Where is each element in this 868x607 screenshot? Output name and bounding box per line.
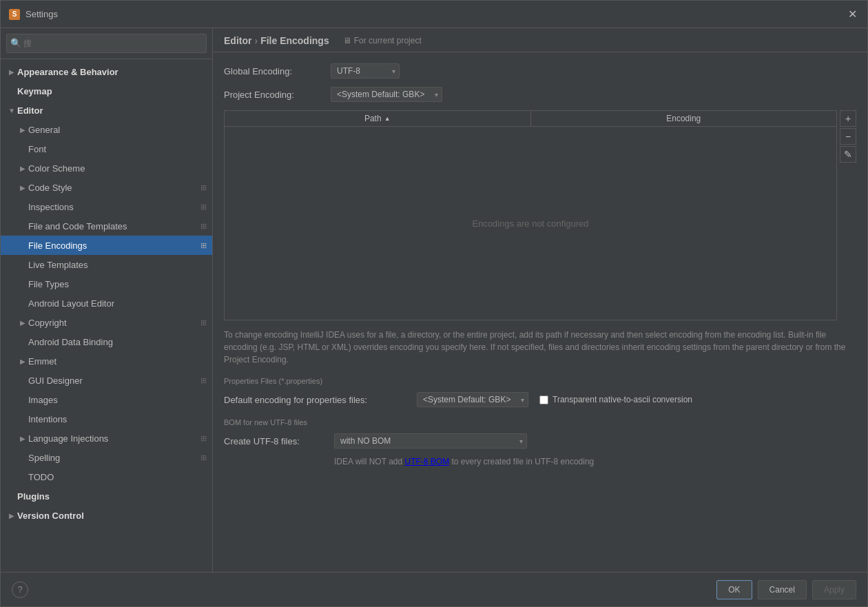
copy-icon: ⊞ [200, 203, 207, 212]
sidebar-item-label: Version Control [17, 511, 207, 521]
sidebar-item-editor[interactable]: Editor [1, 101, 212, 120]
close-button[interactable]: ✕ [845, 8, 859, 21]
leaf-spacer [17, 201, 28, 212]
leaf-spacer [17, 471, 28, 482]
table-action-buttons: + − ✎ [840, 110, 856, 164]
properties-section: Properties Files (*.properties) Default … [224, 377, 856, 407]
sidebar-item-android-data-binding[interactable]: Android Data Binding [1, 332, 212, 351]
desc-content: To change encoding IntelliJ IDEA uses fo… [224, 330, 845, 364]
copy-icon: ⊞ [200, 222, 207, 231]
global-encoding-dropdown[interactable]: UTF-8 UTF-16 ISO-8859-1 GBK [331, 63, 400, 79]
encoding-table-outer: Path ▲ Encoding Encodings are not config… [224, 110, 856, 320]
leaf-spacer [17, 220, 28, 232]
bottom-actions: OK Cancel Apply [716, 580, 856, 599]
leaf-spacer [17, 336, 28, 347]
sidebar-item-android-layout-editor[interactable]: Android Layout Editor [1, 294, 212, 313]
cancel-button[interactable]: Cancel [758, 580, 807, 599]
search-box: 🔍 [1, 28, 212, 59]
main-panel: Editor › File Encodings 🖥 For current pr… [213, 28, 867, 572]
sidebar-item-label: GUI Designer [28, 375, 198, 386]
transparent-label: Transparent native-to-ascii conversion [552, 395, 692, 404]
sidebar-item-label: Inspections [28, 202, 198, 212]
leaf-spacer [6, 85, 17, 96]
sidebar-item-spelling[interactable]: Spelling ⊞ [1, 448, 212, 467]
sidebar-item-label: Language Injections [28, 433, 198, 444]
sidebar-item-todo[interactable]: TODO [1, 467, 212, 486]
sidebar-item-file-encodings[interactable]: File Encodings ⊞ [1, 236, 212, 255]
create-utf8-dropdown[interactable]: with NO BOM with BOM with BOM (always) [334, 433, 527, 449]
add-encoding-button[interactable]: + [840, 110, 856, 127]
global-encoding-dropdown-wrapper: UTF-8 UTF-16 ISO-8859-1 GBK ▾ [331, 63, 400, 79]
project-encoding-dropdown[interactable]: <System Default: GBK> UTF-8 GBK [331, 87, 442, 102]
default-encoding-dropdown[interactable]: <System Default: GBK> UTF-8 ISO-8859-1 [417, 392, 528, 407]
sidebar-item-font[interactable]: Font [1, 139, 212, 158]
project-encoding-row: Project Encoding: <System Default: GBK> … [224, 87, 856, 102]
sidebar-item-label: Spelling [28, 453, 198, 463]
breadcrumb-parent: Editor [224, 35, 251, 46]
copy-icon: ⊞ [200, 183, 207, 192]
bom-note: IDEA will NOT add UTF-8 BOM to every cre… [224, 457, 856, 466]
sidebar-item-color-scheme[interactable]: Color Scheme [1, 158, 212, 178]
sidebar-item-label: Android Layout Editor [28, 298, 207, 309]
sidebar-item-label: File Types [28, 279, 207, 289]
sidebar-item-label: File and Code Templates [28, 221, 198, 232]
tree: Appearance & Behavior Keymap Editor Gene… [1, 59, 212, 572]
sidebar-item-appearance[interactable]: Appearance & Behavior [1, 62, 212, 81]
encoding-label: Encoding [666, 114, 701, 123]
edit-encoding-button[interactable]: ✎ [840, 146, 856, 163]
sidebar-item-file-code-templates[interactable]: File and Code Templates ⊞ [1, 216, 212, 236]
sidebar-item-gui-designer[interactable]: GUI Designer ⊞ [1, 371, 212, 390]
sidebar-item-label: Intentions [28, 414, 207, 424]
sidebar-item-file-types[interactable]: File Types [1, 274, 212, 294]
search-icon: 🔍 [10, 38, 21, 48]
sidebar-item-label: Plugins [17, 491, 207, 502]
sidebar-item-copyright[interactable]: Copyright ⊞ [1, 313, 212, 332]
leaf-spacer [17, 259, 28, 270]
sidebar-item-images[interactable]: Images [1, 390, 212, 409]
sidebar-item-intentions[interactable]: Intentions [1, 409, 212, 429]
copy-icon: ⊞ [200, 241, 207, 250]
expand-icon [17, 163, 28, 174]
sidebar-item-inspections[interactable]: Inspections ⊞ [1, 197, 212, 216]
title-bar: S Settings ✕ [1, 1, 867, 28]
sidebar-item-version-control[interactable]: Version Control [1, 506, 212, 525]
sidebar-item-plugins[interactable]: Plugins [1, 486, 212, 506]
leaf-spacer [17, 278, 28, 289]
sidebar-item-label: Editor [17, 105, 207, 116]
sidebar-item-label: Font [28, 144, 207, 154]
default-encoding-label: Default encoding for properties files: [224, 395, 417, 405]
sidebar-item-keymap[interactable]: Keymap [1, 81, 212, 101]
sidebar-item-language-injections[interactable]: Language Injections ⊞ [1, 429, 212, 448]
table-header-encoding: Encoding [531, 111, 837, 126]
help-button[interactable]: ? [12, 582, 28, 598]
bom-section-title: BOM for new UTF-8 files [224, 418, 856, 426]
sort-icon: ▲ [384, 115, 391, 122]
sidebar-item-label: Code Style [28, 183, 198, 193]
bom-note-part2: to every created file in UTF-8 encoding [449, 457, 594, 466]
app-icon: S [9, 9, 20, 20]
search-input[interactable] [6, 34, 207, 53]
leaf-spacer [17, 394, 28, 405]
sidebar-item-label: Color Scheme [28, 163, 207, 174]
for-current-project: 🖥 For current project [343, 36, 422, 45]
sidebar-item-emmet[interactable]: Emmet [1, 351, 212, 371]
create-utf8-label: Create UTF-8 files: [224, 436, 334, 446]
leaf-spacer [6, 491, 17, 502]
sidebar: 🔍 Appearance & Behavior Keymap [1, 28, 213, 572]
remove-encoding-button[interactable]: − [840, 128, 856, 145]
bom-note-part1: IDEA will NOT add [334, 457, 404, 466]
apply-button[interactable]: Apply [812, 580, 856, 599]
monitor-icon: 🖥 [343, 36, 351, 45]
sidebar-item-general[interactable]: General [1, 120, 212, 139]
global-encoding-row: Global Encoding: UTF-8 UTF-16 ISO-8859-1… [224, 63, 856, 79]
copy-icon: ⊞ [200, 434, 207, 443]
transparent-checkbox-wrapper: Transparent native-to-ascii conversion [539, 395, 692, 404]
sidebar-item-code-style[interactable]: Code Style ⊞ [1, 178, 212, 197]
sidebar-item-label: Images [28, 395, 207, 405]
transparent-checkbox[interactable] [539, 395, 548, 404]
sidebar-item-live-templates[interactable]: Live Templates [1, 255, 212, 274]
encoding-table: Path ▲ Encoding Encodings are not config… [224, 110, 837, 320]
create-utf8-dropdown-wrapper: with NO BOM with BOM with BOM (always) ▾ [334, 433, 527, 449]
ok-button[interactable]: OK [716, 580, 752, 599]
bom-note-link[interactable]: UTF-8 BOM [404, 457, 449, 466]
